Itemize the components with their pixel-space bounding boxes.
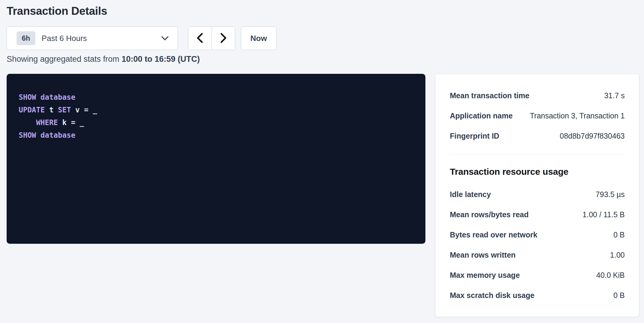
sql-keyword-token: database [40,93,75,102]
aggregated-stats-caption: Showing aggregated stats from 10:00 to 1… [7,54,200,64]
sql-plain-token [19,118,36,127]
stat-value: 31.7 s [604,91,625,100]
resource-usage-heading: Transaction resource usage [450,163,625,180]
stat-value: 1.00 / 11.5 B [582,210,625,219]
stat-row: Max memory usage40.0 KiB [450,265,625,285]
sql-plain-token [36,131,40,140]
panel-divider [450,155,625,155]
time-picker-toolbar: 6h Past 6 Hours Now [7,27,276,50]
sql-keyword-token: SHOW [19,93,36,102]
stat-row: Mean transaction time31.7 s [450,86,625,106]
sql-plain-token [36,93,40,102]
sql-line: UPDATE t SET v = _ [19,104,413,116]
page-title: Transaction Details [7,5,107,17]
stat-label: Mean rows written [450,251,522,259]
stat-value: 08d8b7d97f830463 [560,132,625,140]
resource-rows: Idle latency793.5 µsMean rows/bytes read… [450,184,625,306]
stat-value: 1.00 [610,251,625,259]
sql-plain-token: t [45,106,58,114]
time-nav-button-group [188,27,235,50]
chevron-down-icon [161,36,169,41]
sql-code: SHOW databaseUPDATE t SET v = _ WHERE k … [19,91,413,142]
stat-row: Idle latency793.5 µs [450,184,625,205]
summary-rows: Mean transaction time31.7 sApplication n… [450,86,625,146]
chevron-right-icon [219,33,227,44]
time-range-selected-label: Past 6 Hours [42,34,87,43]
stat-row: Max scratch disk usage0 B [450,285,625,306]
sql-line: SHOW database [19,91,413,104]
stat-value: 793.5 µs [596,190,625,199]
sql-line: SHOW database [19,129,413,142]
caption-time-range: 10:00 to 16:59 (UTC) [122,55,200,64]
stat-value: Transaction 3, Transaction 1 [530,111,625,120]
stat-row: Bytes read over network0 B [450,225,625,245]
sql-statement-box: SHOW databaseUPDATE t SET v = _ WHERE k … [7,74,425,244]
stat-row: Mean rows written1.00 [450,245,625,265]
time-range-badge: 6h [17,31,35,45]
stat-label: Bytes read over network [450,230,543,239]
transaction-details-panel: Mean transaction time31.7 sApplication n… [435,74,639,317]
stat-row: Application nameTransaction 3, Transacti… [450,106,625,126]
stat-label: Fingerprint ID [450,132,505,140]
time-range-dropdown[interactable]: 6h Past 6 Hours [7,27,178,50]
stat-label: Mean transaction time [450,91,535,100]
caption-prefix: Showing aggregated stats from [7,55,122,64]
sql-plain-token: v = _ [71,106,97,114]
sql-keyword-token: SET [58,106,71,114]
stat-row: Fingerprint ID08d8b7d97f830463 [450,126,625,146]
sql-keyword-token: UPDATE [19,106,45,114]
next-time-button[interactable] [212,27,235,50]
now-button[interactable]: Now [241,27,276,50]
sql-keyword-token: SHOW [19,131,36,140]
sql-line: WHERE k = _ [19,116,413,129]
sql-keyword-token: WHERE [36,118,58,127]
prev-time-button[interactable] [188,27,212,50]
stat-label: Mean rows/bytes read [450,210,535,219]
sql-keyword-token: database [40,131,75,140]
stat-label: Max scratch disk usage [450,291,541,300]
sql-plain-token: k = _ [58,118,84,127]
stat-label: Max memory usage [450,271,526,280]
stat-row: Mean rows/bytes read1.00 / 11.5 B [450,205,625,225]
stat-value: 0 B [613,291,625,300]
stat-label: Application name [450,111,519,120]
chevron-left-icon [196,33,204,44]
stat-label: Idle latency [450,190,497,199]
stat-value: 0 B [613,230,625,239]
stat-value: 40.0 KiB [596,271,625,280]
